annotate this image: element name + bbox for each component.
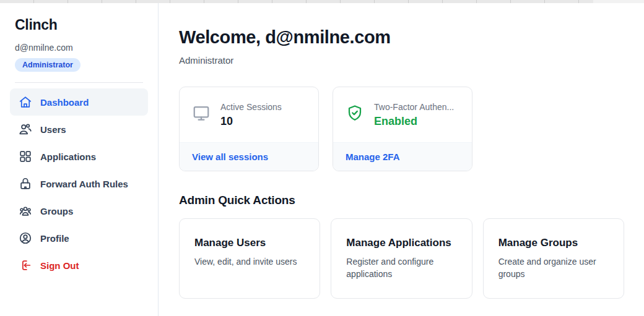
page-title: Welcome, d@nmilne.com <box>179 27 624 48</box>
quick-action-title: Manage Applications <box>346 237 456 249</box>
active-sessions-card: Active Sessions 10 View all sessions <box>179 87 319 171</box>
stat-value: Enabled <box>374 115 454 128</box>
quick-action-description: Create and organize user groups <box>498 255 609 281</box>
quick-action-description: Register and configure applications <box>346 255 456 281</box>
monitor-icon <box>192 104 211 122</box>
sign-out-icon <box>19 258 32 272</box>
two-factor-card: Two-Factor Authen... Enabled Manage 2FA <box>333 87 472 171</box>
stat-text-block: Two-Factor Authen... Enabled <box>374 102 454 128</box>
sidebar-item-sign-out[interactable]: Sign Out <box>10 252 148 279</box>
sidebar-item-users[interactable]: Users <box>10 116 148 143</box>
profile-icon <box>19 231 32 245</box>
manage-2fa-link[interactable]: Manage 2FA <box>346 152 400 162</box>
users-icon <box>19 122 32 136</box>
stat-card-footer: View all sessions <box>180 142 318 171</box>
manage-applications-card[interactable]: Manage Applications Register and configu… <box>331 218 472 299</box>
home-icon <box>19 95 32 109</box>
stat-card-body: Two-Factor Authen... Enabled <box>333 87 472 142</box>
lock-icon <box>19 177 32 190</box>
app-window: Clinch d@nmilne.com Administrator Dashbo… <box>0 3 644 316</box>
sidebar-divider <box>15 82 143 83</box>
sidebar-item-label: Applications <box>40 152 96 162</box>
quick-action-title: Manage Users <box>194 237 305 249</box>
stat-value: 10 <box>220 115 282 128</box>
stat-label: Two-Factor Authen... <box>374 102 454 112</box>
role-badge: Administrator <box>15 58 80 72</box>
view-all-sessions-link[interactable]: View all sessions <box>192 152 268 162</box>
manage-groups-card[interactable]: Manage Groups Create and organize user g… <box>483 218 624 299</box>
stat-label: Active Sessions <box>220 102 282 112</box>
quick-actions-row: Manage Users View, edit, and invite user… <box>179 218 624 299</box>
sidebar-item-label: Users <box>40 124 66 135</box>
sidebar-item-label: Sign Out <box>40 260 79 271</box>
stat-card-footer: Manage 2FA <box>333 142 472 171</box>
user-email: d@nmilne.com <box>10 43 148 53</box>
sidebar-item-profile[interactable]: Profile <box>10 224 148 252</box>
group-icon <box>19 204 32 218</box>
sidebar-item-label: Profile <box>40 233 69 244</box>
sidebar-item-label: Forward Auth Rules <box>40 179 128 189</box>
shield-check-icon <box>346 104 364 122</box>
stat-text-block: Active Sessions 10 <box>220 102 282 128</box>
stat-cards-row: Active Sessions 10 View all sessions <box>179 87 624 171</box>
sidebar: Clinch d@nmilne.com Administrator Dashbo… <box>0 3 159 316</box>
main-content: Welcome, d@nmilne.com Administrator Acti… <box>159 3 644 316</box>
sidebar-item-groups[interactable]: Groups <box>10 197 148 224</box>
quick-action-description: View, edit, and invite users <box>194 255 305 268</box>
manage-users-card[interactable]: Manage Users View, edit, and invite user… <box>179 218 320 299</box>
sidebar-item-applications[interactable]: Applications <box>10 143 148 170</box>
grid-icon <box>19 150 32 163</box>
sidebar-nav: Dashboard Users Applications <box>10 88 148 279</box>
stat-card-body: Active Sessions 10 <box>180 87 318 142</box>
section-title-admin-quick-actions: Admin Quick Actions <box>179 194 624 207</box>
sidebar-item-forward-auth-rules[interactable]: Forward Auth Rules <box>10 170 148 197</box>
quick-action-title: Manage Groups <box>498 237 609 249</box>
sidebar-item-dashboard[interactable]: Dashboard <box>10 88 148 116</box>
page-subtitle: Administrator <box>179 55 624 66</box>
brand-logo: Clinch <box>10 17 148 33</box>
sidebar-item-label: Dashboard <box>40 97 89 108</box>
sidebar-item-label: Groups <box>40 206 73 216</box>
